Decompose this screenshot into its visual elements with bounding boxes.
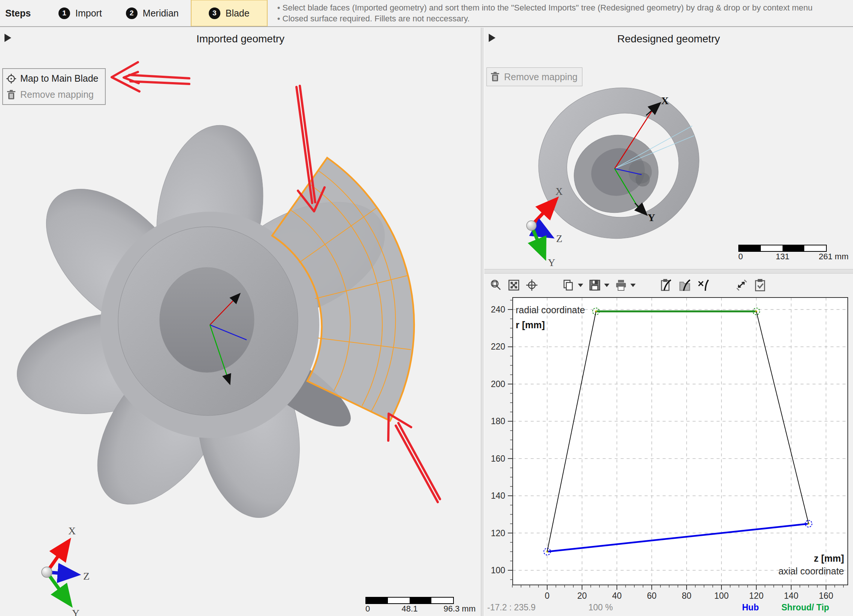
note-line-1: Select blade faces (Imported geometry) a… <box>277 2 812 13</box>
steps-label: Steps <box>5 8 47 19</box>
meridian-chart-panel: 0204060801001201401601001201401601802002… <box>484 273 853 616</box>
scale-mid: 48.1 <box>402 604 418 614</box>
chart-status-bar: -17.2 : 235.9 100 % Hub Shroud/ Tip <box>484 601 853 616</box>
copy-dropdown-icon[interactable] <box>578 284 583 287</box>
hub-legend-label: Hub <box>742 602 759 613</box>
vertical-splitter[interactable] <box>481 28 484 616</box>
save-icon[interactable] <box>588 279 609 291</box>
orientation-triad: X Z Y <box>42 525 90 616</box>
chart-toolbar <box>484 274 853 296</box>
svg-text:r [mm]: r [mm] <box>516 320 545 330</box>
triad-x-label: X <box>68 525 76 537</box>
imported-geometry-panel: Imported geometry <box>0 28 481 616</box>
scale-start: 0 <box>366 604 370 614</box>
step-1-label: Import <box>75 8 102 19</box>
svg-text:240: 240 <box>491 305 505 314</box>
svg-text:120: 120 <box>491 528 505 538</box>
svg-text:0: 0 <box>545 591 550 600</box>
scale-start: 0 <box>738 252 743 261</box>
svg-text:140: 140 <box>784 591 798 600</box>
svg-text:40: 40 <box>612 591 622 600</box>
triad-x-label: X <box>556 186 563 197</box>
svg-text:60: 60 <box>647 591 657 600</box>
svg-text:100: 100 <box>714 591 729 600</box>
svg-text:200: 200 <box>491 379 505 389</box>
step-blade[interactable]: 3 Blade <box>191 0 267 27</box>
redesigned-geometry-panel: Redesigned geometry <box>484 28 853 269</box>
svg-text:z [mm]: z [mm] <box>814 553 844 564</box>
horizontal-splitter[interactable] <box>484 269 853 273</box>
remove-mapping-button-left[interactable]: Remove mapping <box>6 89 102 100</box>
delete-curve-icon[interactable] <box>697 278 710 292</box>
zoom-icon[interactable] <box>489 279 502 291</box>
step-2-badge: 2 <box>126 8 138 19</box>
scale-end: 261 mm <box>819 252 848 261</box>
svg-text:20: 20 <box>577 591 587 600</box>
trash-icon <box>6 90 17 100</box>
svg-text:160: 160 <box>819 591 833 600</box>
shroud-legend-label: Shroud/ Tip <box>782 602 829 613</box>
step-2-label: Meridian <box>143 8 179 19</box>
scale-bar-imported: 0 48.1 96.3 mm <box>366 597 454 614</box>
trash-icon <box>490 71 500 82</box>
fit-view-icon[interactable] <box>507 279 520 291</box>
triad-y-label: Y <box>548 257 556 268</box>
note-line-2: Closed surface required. Fillets are not… <box>277 13 812 24</box>
blade-import-window: Steps 1 Import 2 Meridian 3 Blade Select… <box>0 0 853 616</box>
load-curve-icon[interactable] <box>678 278 692 292</box>
meridian-plot[interactable]: 0204060801001201401601001201401601802002… <box>484 296 853 600</box>
step-3-badge: 3 <box>209 8 220 19</box>
map-to-main-blade-label: Map to Main Blade <box>20 73 98 84</box>
crosshair-icon[interactable] <box>525 279 538 291</box>
svg-text:160: 160 <box>491 454 505 463</box>
imported-viewport[interactable]: X Z Y <box>0 28 481 616</box>
svg-text:220: 220 <box>491 342 505 352</box>
blade-context-menu: Map to Main Blade Remove mapping <box>2 68 106 105</box>
print-icon[interactable] <box>615 279 636 291</box>
remove-mapping-label-left: Remove mapping <box>20 89 94 100</box>
scale-bar-redesigned: 0 131 261 mm <box>738 245 827 262</box>
triad-z-label: Z <box>556 233 563 244</box>
zoom-level: 100 % <box>588 602 613 613</box>
redesigned-viewport[interactable]: X Y X Z Y <box>484 28 853 269</box>
instruction-notes: Select blade faces (Imported geometry) a… <box>277 2 812 24</box>
svg-text:120: 120 <box>749 591 763 600</box>
scale-end: 96.3 mm <box>443 604 476 614</box>
hub-bore <box>160 267 254 372</box>
step-import[interactable]: 1 Import <box>47 0 114 27</box>
step-meridian[interactable]: 2 Meridian <box>114 0 191 27</box>
triad-z-label: Z <box>83 570 90 582</box>
svg-text:100: 100 <box>491 565 505 575</box>
print-dropdown-icon[interactable] <box>630 284 636 287</box>
measure-icon[interactable] <box>735 278 748 292</box>
step-3-label: Blade <box>226 8 250 19</box>
paste-curve-icon[interactable] <box>660 278 673 292</box>
remove-mapping-button-right[interactable]: Remove mapping <box>486 67 583 86</box>
scale-mid: 131 <box>776 252 790 261</box>
svg-text:140: 140 <box>491 491 505 501</box>
model-x-label: X <box>661 95 669 106</box>
apply-icon[interactable] <box>753 278 767 292</box>
cursor-coordinates: -17.2 : 235.9 <box>487 602 536 613</box>
svg-text:radial coordinate: radial coordinate <box>516 305 585 315</box>
svg-text:axial coordinate: axial coordinate <box>779 566 844 576</box>
copy-icon[interactable] <box>562 279 583 291</box>
steps-bar: Steps 1 Import 2 Meridian 3 Blade Select… <box>0 0 853 27</box>
triad-y-label: Y <box>72 607 79 616</box>
step-1-badge: 1 <box>58 8 70 19</box>
svg-text:80: 80 <box>682 591 692 600</box>
save-dropdown-icon[interactable] <box>604 284 609 287</box>
map-to-main-blade-button[interactable]: Map to Main Blade <box>6 73 102 84</box>
svg-text:180: 180 <box>491 416 505 426</box>
crosshair-icon <box>6 73 17 84</box>
model-y-label: Y <box>648 212 655 223</box>
remove-mapping-label-right: Remove mapping <box>504 71 578 82</box>
